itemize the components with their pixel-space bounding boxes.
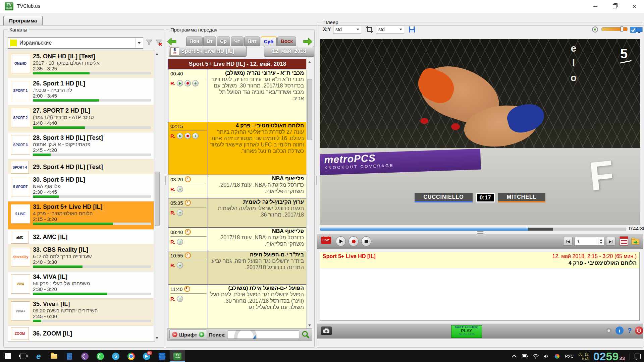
channel-row[interactable]: 5 SPORT30. Sport 5 HD [IL]פלייאוף NBA2:3… (8, 174, 154, 201)
filter-clear-icon[interactable] (155, 39, 163, 47)
minimize-button[interactable] (586, 0, 605, 13)
taskbar-chrome-icon[interactable] (123, 350, 139, 362)
crop-icon[interactable] (366, 26, 373, 33)
tab-program[interactable]: Программа (3, 16, 43, 25)
taskbar-telegram-icon[interactable]: 05 (139, 350, 154, 362)
record-button[interactable] (348, 236, 359, 246)
play-icon[interactable] (177, 80, 183, 86)
plus-icon[interactable]: + (177, 209, 183, 216)
filter-funnel-icon[interactable] (145, 39, 153, 47)
record-icon[interactable] (184, 80, 191, 86)
scroll-down-icon[interactable] (307, 322, 312, 328)
channel-row[interactable]: SPORT 328. Sport 3 HD [IL] [Test]פנאתיני… (8, 132, 154, 160)
aspect-select[interactable]: std (333, 25, 361, 34)
video-frame[interactable]: elo 5 metroPCS KNOCKOUT COVERAGE F CUCCI… (320, 39, 640, 225)
wifi-icon[interactable] (533, 353, 539, 359)
crop-select[interactable]: std (376, 25, 404, 34)
plus-icon[interactable]: + (177, 239, 183, 245)
epg-list-icon[interactable] (620, 236, 628, 246)
language-indicator[interactable]: РУС (565, 354, 574, 359)
close-button[interactable]: × (625, 0, 644, 13)
battery-icon[interactable] (522, 353, 528, 359)
day-tab-Пон[interactable]: Пон (186, 37, 203, 46)
plus-icon[interactable]: + (192, 80, 199, 86)
channel-number-spinner[interactable]: 1 (575, 237, 604, 246)
channel-row[interactable]: cbsreality33. CBS Reality [IL]שערורייה ב… (8, 244, 154, 272)
export-folder-icon[interactable] (631, 236, 640, 246)
schedule-scrollbar[interactable] (306, 59, 312, 328)
taskbar-start-icon[interactable] (0, 350, 15, 362)
taskbar-edge-icon[interactable]: e (31, 350, 46, 362)
record-icon[interactable] (184, 133, 191, 139)
channel-row[interactable]: ZOOM36. ZOOM [IL] (8, 326, 154, 342)
channel-group-select[interactable]: Израильские (8, 37, 143, 49)
schedule-row[interactable]: 03:20R.+פלייאוף NBAכדורסל מליגת ה-NBA, ע… (168, 175, 307, 198)
scroll-up-icon[interactable] (154, 51, 160, 57)
taskbar-explorer-icon[interactable] (46, 350, 62, 362)
screenshot-camera-icon[interactable] (321, 326, 332, 335)
settings-gear-icon[interactable] (605, 326, 613, 335)
channel-row[interactable]: SPORT 429. Sport 4 HD [IL] [Test] (8, 160, 154, 174)
fullscreen-icon[interactable] (636, 26, 643, 34)
save-disk-icon[interactable] (408, 26, 416, 33)
font-decrease-icon[interactable]: − (172, 332, 177, 337)
day-tab-Ср[interactable]: Ср (217, 37, 230, 46)
next-week-arrow-icon[interactable] (303, 37, 313, 46)
taskbar-whatsapp-icon[interactable] (93, 350, 108, 362)
plus-icon[interactable]: + (177, 296, 183, 302)
schedule-scroll-thumb[interactable] (307, 79, 312, 140)
help-icon[interactable]: ? (626, 326, 634, 335)
taskbar-mail-icon[interactable] (154, 350, 170, 362)
plus-icon[interactable]: + (177, 186, 183, 192)
channel-row[interactable]: 5 LIVE31. Sport 5+ Live HD [IL]הלוחם האו… (8, 201, 154, 230)
chevron-down-icon[interactable] (135, 39, 143, 47)
channels-scroll-thumb[interactable] (155, 172, 160, 226)
taskbar-viber-icon[interactable] (77, 350, 93, 362)
taskbar-tvclub-icon[interactable]: TVCLUB (170, 350, 185, 362)
target-icon[interactable] (591, 26, 599, 33)
day-tab-Суб[interactable]: Суб (261, 37, 277, 46)
volume-icon[interactable] (543, 353, 549, 359)
play-icon[interactable] (177, 133, 183, 139)
onedrive-color-icon[interactable] (554, 353, 560, 359)
plus-icon[interactable]: + (192, 133, 199, 139)
stop-button[interactable] (361, 236, 371, 246)
schedule-row[interactable]: 00:40R.+מכבי ת"א - עירוני נהריה (משולב)מ… (168, 69, 307, 122)
day-tab-Вт[interactable]: Вт (203, 37, 216, 46)
schedule-row[interactable]: 05:35R.+ערוץ הקיבוץ-ליגה לאומיתחגיגת כדו… (168, 198, 307, 227)
seek-bar[interactable] (320, 228, 626, 231)
channel-row[interactable]: SPORT 227. SPORT 2 HD [IL]טניס: ATP - מד… (8, 105, 154, 132)
day-tab-Воск[interactable]: Воск (277, 37, 296, 46)
channel-row[interactable]: VIVA+35. Viva+ [IL]השידורים יתחדשו בשעה … (8, 299, 154, 326)
action-center-icon[interactable] (635, 353, 641, 359)
schedule-channel-button[interactable]: 5LIVE Sport 5+ Live HD [IL] (169, 46, 247, 57)
taskbar-skype-icon[interactable]: S (108, 350, 123, 362)
taskbar-taskview-icon[interactable] (15, 350, 31, 362)
font-increase-icon[interactable]: + (199, 332, 204, 337)
prev-week-arrow-icon[interactable] (167, 37, 177, 46)
day-tab-Чт[interactable]: Чт (231, 37, 244, 46)
tray-expand-icon[interactable] (511, 353, 517, 359)
volume-knob[interactable] (621, 26, 623, 32)
schedule-row[interactable]: 10:55R.+בית"ר י-ם-הפועל חיפהבית"ר ירושלי… (168, 251, 307, 284)
channel-row[interactable]: aMC32. AMC [IL] (8, 230, 154, 244)
skip-forward-icon[interactable]: ▶| (606, 237, 615, 246)
power-icon[interactable] (635, 326, 643, 335)
search-input[interactable] (228, 330, 299, 339)
volume-slider[interactable] (601, 27, 628, 31)
tray-clock[interactable]: 025933 (593, 351, 625, 361)
channel-row[interactable]: VIVA34. VIVA [IL]משפחתו של בעלי : פרק 56… (8, 272, 154, 299)
plus-icon[interactable]: + (177, 262, 183, 268)
scroll-up-icon[interactable] (307, 59, 312, 65)
schedule-date-button[interactable]: 12. май. 2018 (264, 46, 314, 57)
now-playing-widget[interactable]: Sport 5+ Live HD [IL] PLAY 02:15 - 03:20 (451, 325, 482, 338)
play-button[interactable] (336, 236, 346, 246)
schedule-row[interactable]: 11:40R.+הפועל י-ם-הפועל אילת (משולב)הפוע… (168, 284, 307, 329)
skip-back-icon[interactable]: |◀ (563, 237, 573, 246)
day-tab-Пят[interactable]: Пят (244, 37, 260, 46)
search-icon[interactable] (301, 330, 310, 339)
channel-row[interactable]: ONEHD25. ONE HD [IL] [Test]אליפות העולם … (8, 51, 154, 78)
schedule-row[interactable]: 02:15R.+הלוחם האולטימטיבי - פרק 4עונה 27… (168, 122, 307, 175)
info-icon[interactable]: i (615, 326, 624, 335)
scroll-down-icon[interactable] (154, 335, 160, 341)
